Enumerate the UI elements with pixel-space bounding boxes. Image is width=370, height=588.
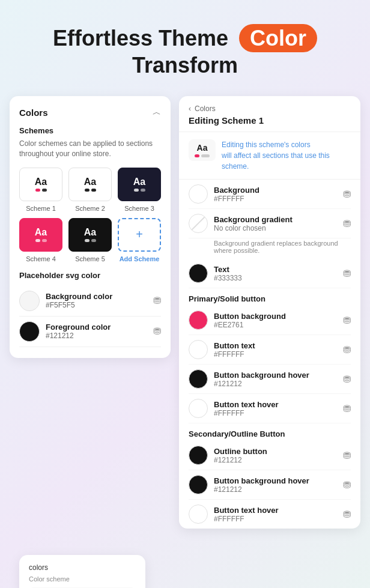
scheme-aa-2: Aa [84, 177, 96, 187]
scheme-item-2[interactable]: Aa Scheme 2 [68, 168, 112, 212]
mini-panel-label: Color scheme [29, 575, 136, 583]
fg-color-swatch [19, 321, 40, 342]
header-title: Effortless Theme Color Transform [12, 24, 358, 78]
scheme-card-add[interactable]: + [118, 218, 161, 252]
db-icon-btn-text[interactable]: ⛃ [343, 344, 351, 356]
right-gradient-value: No color chosen [214, 224, 337, 232]
db-icon-bg[interactable]: ⛃ [153, 295, 161, 306]
right-btn-bg-value: #EE2761 [214, 321, 337, 329]
db-icon-btn-bg-hover[interactable]: ⛃ [343, 374, 351, 385]
info-text-highlight: Editing this scheme's colors [222, 141, 311, 149]
scheme-aa-3: Aa [133, 177, 145, 187]
right-bg-swatch [189, 184, 208, 204]
right-gradient-swatch [189, 214, 208, 233]
right-outline-text-hover-name: Button text hover [214, 506, 337, 515]
right-outline-swatch [189, 446, 208, 465]
right-btn-text-hover-info: Button text hover #FFFFFF [214, 400, 337, 417]
bg-color-swatch [19, 291, 40, 311]
right-outline-info: Outline button #121212 [214, 447, 337, 464]
mini-panel: colors Color scheme Aa Scheme 4 Edit Cha… [19, 555, 145, 588]
scheme-item-4[interactable]: Aa Scheme 4 [19, 218, 62, 262]
scheme-item-5[interactable]: Aa Scheme 5 [68, 218, 112, 262]
right-btn-bg-name: Button background [214, 312, 337, 321]
schemes-desc: Color schemes can be applied to sections… [19, 139, 161, 159]
editing-title: Editing Scheme 1 [189, 115, 351, 126]
right-gradient-info: Background gradient No color chosen [214, 215, 337, 232]
dot-white-3 [134, 189, 139, 192]
scheme-card-5[interactable]: Aa [68, 218, 112, 252]
scheme-name-2: Scheme 2 [75, 205, 105, 212]
scheme-name-4: Scheme 4 [26, 255, 56, 262]
dot-white-4a [35, 239, 40, 242]
info-banner: Aa Editing this scheme's colors will aff… [179, 132, 360, 180]
right-btn-text-hover-row[interactable]: Button text hover #FFFFFF ⛃ [189, 394, 351, 423]
right-gradient-row[interactable]: Background gradient No color chosen ⛃ [189, 209, 351, 238]
right-btn-text-value: #FFFFFF [214, 350, 337, 359]
right-bg-value: #FFFFFF [214, 195, 337, 203]
right-btn-bg-info: Button background #EE2761 [214, 312, 337, 329]
db-icon-outline-text-hover[interactable]: ⛃ [343, 509, 351, 520]
right-outline-row[interactable]: Outline button #121212 ⛃ [189, 441, 351, 470]
gradient-note: Background gradient replaces background … [189, 238, 351, 259]
dot-dark-2a [85, 189, 89, 192]
breadcrumb: ‹ Colors [189, 105, 351, 113]
right-outline-bg-hover-value: #121212 [214, 485, 337, 494]
scheme-aa-4: Aa [35, 227, 47, 238]
right-outline-bg-hover-row[interactable]: Button background hover #121212 ⛃ [189, 470, 351, 500]
scheme-grid: Aa Scheme 1 Aa Scheme 2 [19, 168, 161, 262]
bg-color-row[interactable]: Background color #F5F5F5 ⛃ [19, 286, 161, 317]
db-icon-outline[interactable]: ⛃ [343, 450, 351, 461]
right-btn-bg-hover-info: Button background hover #121212 [214, 371, 337, 388]
add-icon: + [136, 228, 143, 241]
right-btn-bg-row[interactable]: Button background #EE2761 ⛃ [189, 306, 351, 335]
db-icon-fg[interactable]: ⛃ [153, 326, 161, 337]
right-outline-text-hover-swatch [189, 505, 208, 524]
db-icon-outline-bg-hover[interactable]: ⛃ [343, 479, 351, 491]
scheme-card-1[interactable]: Aa [19, 168, 62, 201]
right-btn-bg-hover-name: Button background hover [214, 371, 337, 380]
fg-color-value: #121212 [46, 332, 147, 340]
right-btn-text-hover-name: Button text hover [214, 400, 337, 409]
fg-color-row[interactable]: Foreground color #121212 ⛃ [19, 317, 161, 347]
scheme-name-5: Scheme 5 [75, 255, 105, 262]
right-btn-text-row[interactable]: Button text #FFFFFF ⛃ [189, 335, 351, 365]
scheme-name-1: Scheme 1 [26, 205, 56, 212]
scheme-name-add[interactable]: Add Scheme [120, 255, 160, 262]
scheme-card-3[interactable]: Aa [118, 168, 161, 201]
db-icon-right-text[interactable]: ⛃ [343, 268, 351, 279]
scheme-item-add[interactable]: + Add Scheme [118, 218, 161, 262]
bg-color-info: Background color #F5F5F5 [46, 292, 147, 309]
scheme-name-3: Scheme 3 [124, 205, 154, 212]
fg-color-info: Foreground color #121212 [46, 323, 147, 340]
info-dot-red [195, 154, 199, 157]
right-bg-name: Background [214, 186, 337, 195]
scheme-card-4[interactable]: Aa [19, 218, 62, 252]
scheme-preview-aa: Aa [189, 139, 216, 161]
scheme-item-1[interactable]: Aa Scheme 1 [19, 168, 62, 212]
right-text-row[interactable]: Text #333333 ⛃ [189, 259, 351, 288]
db-icon-btn-text-hover[interactable]: ⛃ [343, 403, 351, 414]
right-bg-row[interactable]: Background #FFFFFF ⛃ [189, 180, 351, 209]
dot-white-sm-3 [141, 189, 145, 192]
back-button[interactable]: ‹ [189, 105, 191, 113]
placeholder-label: Placeholder svg color [19, 271, 161, 280]
db-icon-right-gradient[interactable]: ⛃ [343, 218, 351, 229]
right-text-swatch [189, 264, 208, 283]
right-text-value: #333333 [214, 274, 337, 282]
db-icon-btn-bg[interactable]: ⛃ [343, 315, 351, 326]
bg-color-value: #F5F5F5 [46, 301, 147, 309]
scheme-card-2[interactable]: Aa [68, 168, 112, 201]
placeholder-section: Placeholder svg color Background color #… [19, 271, 161, 347]
chevron-up-icon[interactable]: ︿ [153, 107, 161, 118]
right-outline-bg-hover-swatch [189, 475, 208, 494]
right-btn-bg-hover-row[interactable]: Button background hover #121212 ⛃ [189, 365, 351, 394]
scheme-item-3[interactable]: Aa Scheme 3 [118, 168, 161, 212]
right-btn-text-hover-value: #FFFFFF [214, 409, 337, 417]
right-outline-bg-hover-name: Button background hover [214, 476, 337, 485]
right-btn-text-info: Button text #FFFFFF [214, 341, 337, 359]
right-outline-text-hover-value: #FFFFFF [214, 515, 337, 523]
header-title-part2: Transform [132, 53, 238, 77]
right-outline-text-hover-row[interactable]: Button text hover #FFFFFF ⛃ [189, 500, 351, 529]
db-icon-right-bg[interactable]: ⛃ [343, 189, 351, 200]
right-outline-bg-hover-info: Button background hover #121212 [214, 476, 337, 494]
